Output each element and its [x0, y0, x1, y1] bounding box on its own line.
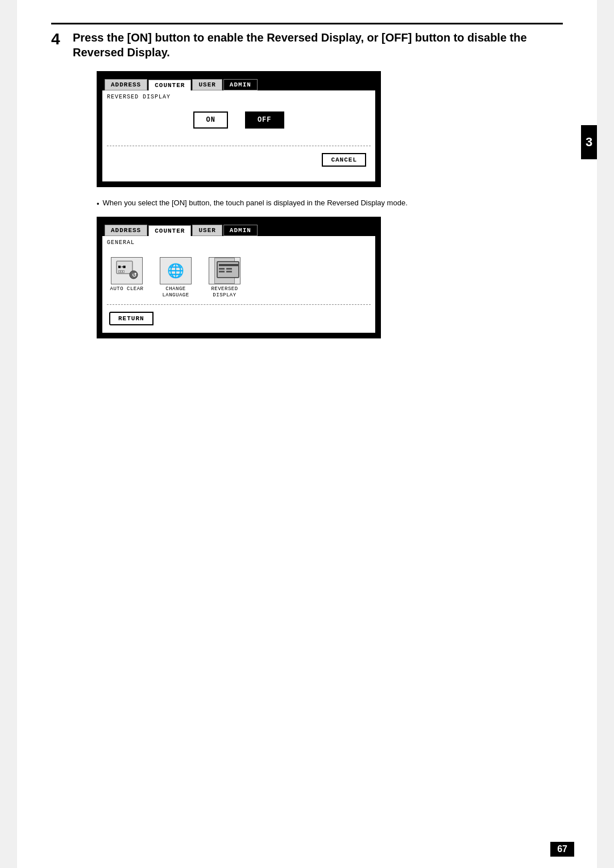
bullet-text: When you select the [ON] button, the tou…	[103, 199, 408, 207]
screen1-inner: ADDRESS COUNTER USER ADMIN REVERSED DISP…	[102, 77, 375, 181]
off-button[interactable]: OFF	[245, 111, 284, 129]
svg-rect-8	[219, 271, 225, 272]
svg-rect-7	[219, 268, 225, 270]
step-header: 4 Press the [ON] button to enable the Re…	[51, 23, 563, 60]
icon-item-reversed-display[interactable]: REVERSEDDISPLAY	[205, 257, 244, 299]
screen2-section-label: GENERAL	[107, 239, 371, 246]
screen2-icon-row: ■→■ □□□ ↺ AUTO CLEAR 🌐	[107, 257, 371, 299]
page-number: 67	[550, 842, 574, 857]
reversed-display-icon	[214, 258, 235, 284]
cancel-button[interactable]: CANCEL	[322, 153, 366, 167]
reversed-display-icon-box	[209, 257, 240, 284]
screen1-tab-bar: ADDRESS COUNTER USER ADMIN	[102, 77, 375, 90]
tab-admin-1[interactable]: ADMIN	[223, 79, 258, 90]
icon-item-auto-clear[interactable]: ■→■ □□□ ↺ AUTO CLEAR	[107, 257, 147, 299]
tab-address-1[interactable]: ADDRESS	[105, 79, 147, 90]
auto-clear-icon: ■→■ □□□ ↺	[115, 260, 138, 282]
tab-admin-2[interactable]: ADMIN	[223, 225, 258, 236]
tab-address-2[interactable]: ADDRESS	[105, 225, 147, 236]
on-button[interactable]: ON	[193, 111, 227, 129]
screen2-tab-bar: ADDRESS COUNTER USER ADMIN	[102, 222, 375, 236]
change-language-icon-box: 🌐	[160, 257, 192, 284]
step-number: 4	[51, 30, 68, 48]
screen1-bottom-bar: CANCEL	[107, 151, 371, 169]
tab-user-2[interactable]: USER	[192, 225, 222, 236]
svg-text:↺: ↺	[132, 271, 137, 278]
screen2-bottom-bar: RETURN	[107, 309, 371, 328]
screen2-mockup: ADDRESS COUNTER USER ADMIN GENERAL	[97, 217, 381, 338]
change-language-label: CHANGELANGUAGE	[162, 286, 189, 299]
screen1-button-row: ON OFF	[107, 111, 371, 129]
svg-rect-6	[219, 264, 238, 266]
return-button[interactable]: RETURN	[109, 312, 154, 325]
screen1-mockup: ADDRESS COUNTER USER ADMIN REVERSED DISP…	[97, 71, 381, 187]
screen2-inner: ADDRESS COUNTER USER ADMIN GENERAL	[102, 222, 375, 333]
bullet-note: • When you select the [ON] button, the t…	[97, 199, 563, 208]
side-tab: 3	[581, 125, 597, 159]
auto-clear-icon-box: ■→■ □□□ ↺	[111, 257, 143, 284]
screen2-divider	[107, 304, 371, 305]
screen1-body: REVERSED DISPLAY ON OFF CANCEL	[102, 90, 375, 181]
tab-counter-1[interactable]: COUNTER	[148, 80, 191, 90]
tab-user-1[interactable]: USER	[192, 79, 222, 90]
svg-text:■→■: ■→■	[118, 264, 126, 269]
step-title: Press the [ON] button to enable the Reve…	[73, 30, 563, 60]
tab-counter-2[interactable]: COUNTER	[148, 225, 191, 236]
reversed-display-label: REVERSEDDISPLAY	[211, 286, 238, 299]
globe-icon: 🌐	[167, 263, 184, 279]
svg-rect-10	[226, 271, 232, 272]
screen1-divider	[107, 146, 371, 146]
svg-text:□□□: □□□	[118, 269, 125, 273]
screen2-body: GENERAL ■→■ □□□ ↺	[102, 236, 375, 333]
svg-rect-9	[226, 268, 232, 270]
page-content: 3 4 Press the [ON] button to enable the …	[17, 0, 597, 868]
auto-clear-label: AUTO CLEAR	[110, 286, 143, 292]
screen1-section-label: REVERSED DISPLAY	[107, 94, 371, 100]
icon-item-change-language[interactable]: 🌐 CHANGELANGUAGE	[156, 257, 196, 299]
bullet-dot: •	[97, 200, 99, 208]
side-tab-number: 3	[586, 135, 592, 150]
